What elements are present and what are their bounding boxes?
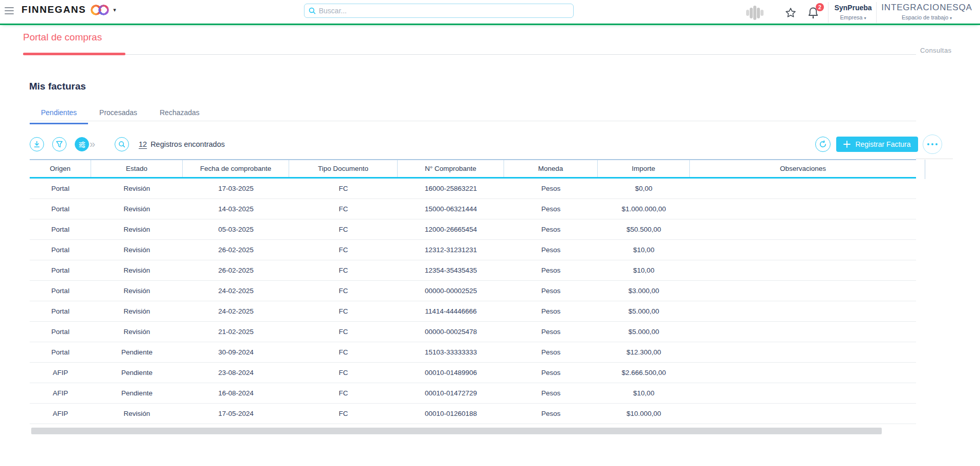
cell-fecha-comprobante: 21-02-2025	[183, 322, 289, 342]
cell-estado: Revisión	[91, 404, 183, 424]
table-row[interactable]: Portal Revisión 26-02-2025 FC 12312-3123…	[30, 240, 916, 260]
workspace-name: INTEGRACIONESQA	[881, 3, 972, 13]
menu-icon[interactable]	[5, 7, 14, 14]
cell-observaciones	[690, 199, 916, 219]
cell-nro-comprobante: 00010-01472729	[398, 383, 504, 403]
table-row[interactable]: Portal Revisión 05-03-2025 FC 12000-2666…	[30, 219, 916, 240]
search-records-button[interactable]	[115, 137, 129, 151]
table-row[interactable]: Portal Revisión 17-03-2025 FC 16000-2586…	[30, 179, 916, 199]
cell-observaciones	[690, 363, 916, 383]
global-search	[304, 4, 574, 18]
invoices-table: Origen Estado Fecha de comprobante Tipo …	[30, 159, 916, 424]
cell-estado: Revisión	[91, 179, 183, 198]
magnifier-icon	[118, 141, 125, 148]
cell-observaciones	[690, 281, 916, 301]
column-header[interactable]: Importe	[598, 160, 690, 177]
register-invoice-button[interactable]: Registrar Factura	[836, 137, 918, 152]
horizontal-scrollbar-thumb[interactable]	[31, 428, 882, 434]
cell-moneda: Pesos	[504, 404, 598, 424]
table-row[interactable]: AFIP Pendiente 23-08-2024 FC 00010-01489…	[30, 363, 916, 383]
cell-fecha-comprobante: 14-03-2025	[183, 199, 289, 219]
chevron-down-icon: ▾	[950, 16, 952, 20]
cell-fecha-comprobante: 17-05-2024	[183, 404, 289, 424]
refresh-icon	[819, 140, 827, 148]
column-header[interactable]: Tipo Documento	[289, 160, 398, 177]
cell-nro-comprobante: 00010-01260188	[398, 404, 504, 424]
column-header[interactable]: Fecha de comprobante	[183, 160, 289, 177]
cell-tipo-documento: FC	[289, 404, 398, 424]
cell-moneda: Pesos	[504, 281, 598, 301]
table-body: Portal Revisión 17-03-2025 FC 16000-2586…	[30, 179, 916, 424]
column-header[interactable]: Observaciones	[690, 160, 916, 177]
cell-fecha-comprobante: 30-09-2024	[183, 342, 289, 362]
module-tab-portal-de-compras[interactable]: Portal de compras	[23, 32, 102, 43]
cell-origen: Portal	[30, 301, 91, 321]
company-selector[interactable]: SynPrueba Empresa▾	[831, 3, 875, 20]
cell-importe: $12.300,00	[598, 342, 690, 362]
cell-fecha-comprobante: 05-03-2025	[183, 219, 289, 239]
cell-fecha-comprobante: 26-02-2025	[183, 260, 289, 280]
filter-button[interactable]	[52, 137, 67, 151]
table-row[interactable]: AFIP Revisión 17-05-2024 FC 00010-012601…	[30, 404, 916, 424]
cell-fecha-comprobante: 26-02-2025	[183, 240, 289, 260]
cell-estado: Pendiente	[91, 383, 183, 403]
records-count[interactable]: 12	[139, 140, 147, 148]
voice-assistant-icon[interactable]	[746, 7, 768, 19]
workspace-label: Espacio de trabajo▾	[902, 14, 952, 20]
cell-moneda: Pesos	[504, 301, 598, 321]
records-label: Registros encontrados	[150, 140, 225, 148]
cell-moneda: Pesos	[504, 363, 598, 383]
cell-observaciones	[690, 240, 916, 260]
column-header[interactable]: Estado	[91, 160, 183, 177]
table-edge-column-border	[925, 160, 925, 179]
cell-origen: Portal	[30, 342, 91, 362]
table-row[interactable]: AFIP Pendiente 16-08-2024 FC 00010-01472…	[30, 383, 916, 404]
search-input[interactable]	[304, 4, 574, 18]
more-actions-button[interactable]	[923, 135, 942, 154]
download-button[interactable]	[30, 137, 44, 151]
cell-moneda: Pesos	[504, 322, 598, 342]
column-header[interactable]: Origen	[30, 160, 91, 177]
cell-importe: $50.500,00	[598, 219, 690, 239]
table-row[interactable]: Portal Revisión 14-03-2025 FC 15000-0632…	[30, 199, 916, 219]
company-label: Empresa▾	[840, 14, 866, 20]
sliders-icon	[78, 141, 86, 148]
table-row[interactable]: Portal Revisión 26-02-2025 FC 12354-3543…	[30, 260, 916, 281]
cell-observaciones	[690, 322, 916, 342]
table-row[interactable]: Portal Pendiente 30-09-2024 FC 15103-333…	[30, 342, 916, 363]
cell-fecha-comprobante: 23-08-2024	[183, 363, 289, 383]
cell-nro-comprobante: 15103-33333333	[398, 342, 504, 362]
cell-nro-comprobante: 12000-26665454	[398, 219, 504, 239]
column-header[interactable]: Moneda	[504, 160, 598, 177]
cell-estado: Revisión	[91, 281, 183, 301]
top-header: FINNEGANS ▾ 2	[0, 0, 980, 25]
cell-tipo-documento: FC	[289, 240, 398, 260]
cell-origen: Portal	[30, 240, 91, 260]
app-root: FINNEGANS ▾ 2	[0, 0, 980, 466]
expand-toolbar-icon[interactable]: »	[90, 138, 94, 150]
cell-origen: Portal	[30, 281, 91, 301]
cell-moneda: Pesos	[504, 219, 598, 239]
notifications-button[interactable]: 2	[804, 0, 822, 25]
cell-moneda: Pesos	[504, 179, 598, 198]
cell-estado: Pendiente	[91, 342, 183, 362]
cell-moneda: Pesos	[504, 240, 598, 260]
module-divider	[23, 54, 916, 55]
table-row[interactable]: Portal Revisión 21-02-2025 FC 00000-0002…	[30, 322, 916, 342]
cell-observaciones	[690, 404, 916, 424]
consultas-link[interactable]: Consultas	[920, 47, 951, 54]
refresh-button[interactable]	[815, 137, 831, 152]
cell-tipo-documento: FC	[289, 363, 398, 383]
plus-icon	[843, 141, 851, 148]
table-edge-line	[916, 159, 953, 159]
columns-settings-button[interactable]	[75, 137, 89, 151]
page-title: Mis facturas	[29, 81, 86, 92]
cell-tipo-documento: FC	[289, 281, 398, 301]
column-header[interactable]: N° Comprobante	[398, 160, 504, 177]
brand-logo[interactable]: FINNEGANS ▾	[21, 4, 116, 15]
chevron-down-icon: ▾	[113, 7, 116, 13]
table-row[interactable]: Portal Revisión 24-02-2025 FC 00000-0000…	[30, 281, 916, 301]
favorites-button[interactable]	[783, 0, 798, 25]
workspace-selector[interactable]: INTEGRACIONESQA Espacio de trabajo▾	[878, 3, 975, 20]
table-row[interactable]: Portal Revisión 24-02-2025 FC 11414-4444…	[30, 301, 916, 322]
